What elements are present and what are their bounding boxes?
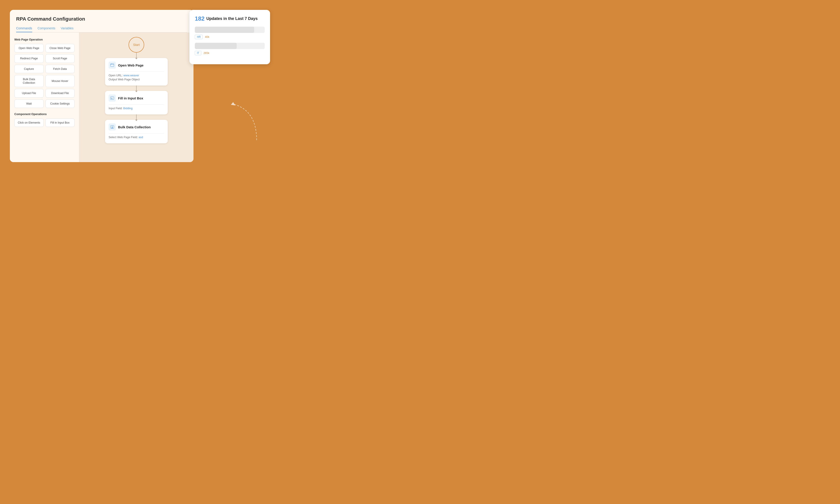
updates-title: Updates in the Last 7 Days [206, 16, 257, 21]
card-header-fill: A Fill in Input Box [109, 94, 164, 102]
bar-val-hr: 40k [205, 35, 209, 38]
bar-val-it: 265k [203, 52, 209, 55]
updates-bar-hr: HR 40k [195, 26, 265, 39]
cmd-fetch-data[interactable]: Fetch Data [46, 65, 75, 73]
card-divider-bulk [109, 133, 164, 133]
card-divider-fill [109, 104, 164, 105]
tab-bar: Commands Components Variables [16, 26, 187, 33]
card-icon-open [109, 61, 116, 69]
updates-panel: 182 Updates in the Last 7 Days HR 40k IT… [190, 10, 270, 64]
cmd-cookie-settings[interactable]: Cookie Settings [46, 100, 75, 108]
component-commands-grid: Click on Elements Fill in Input Box [14, 119, 75, 127]
svg-marker-9 [231, 102, 235, 106]
card-field-output: Output Web Page Object [109, 78, 164, 81]
cmd-redirect-page[interactable]: Redirect Page [14, 54, 44, 63]
panel-header: RPA Command Configuration Commands Compo… [10, 10, 194, 33]
bar-labels-it: IT 265k [195, 51, 265, 55]
updates-bar-it: IT 265k [195, 43, 265, 55]
component-section-title: Component Operations [14, 112, 75, 116]
card-title-open: Open Web Page [118, 64, 144, 67]
svg-point-2 [111, 64, 111, 64]
cmd-mouse-hover[interactable]: Mouse Hover [46, 75, 75, 87]
main-panel: RPA Command Configuration Commands Compo… [10, 10, 194, 162]
bar-bg-hr [195, 26, 265, 33]
card-field-bulk-select: Select Web Page Field: asd [109, 136, 164, 139]
cmd-bulk-data-collection[interactable]: Bulk Data Collection [14, 75, 44, 87]
card-field-url: Open URL: www.weaver [109, 74, 164, 77]
card-header-bulk: Bulk Data Collection [109, 123, 164, 130]
component-operations-section: Component Operations Click on Elements F… [14, 112, 75, 127]
cmd-scroll-page[interactable]: Scroll Page [46, 54, 75, 63]
svg-text:A: A [111, 97, 113, 100]
start-node: Start [128, 37, 144, 53]
web-page-section-title: Web Page Operation [14, 38, 75, 41]
card-field-input: Input Field: Bidding [109, 107, 164, 110]
card-icon-bulk [109, 123, 116, 130]
bar-bg-it [195, 43, 265, 49]
outer-background: RPA Command Configuration Commands Compo… [5, 5, 274, 163]
page-title: RPA Command Configuration [16, 16, 187, 22]
updates-header: 182 Updates in the Last 7 Days [195, 15, 265, 22]
dashed-arrow-decoration [216, 100, 261, 145]
flow-area: Start Open Web Page Open URL: www.weaver… [79, 33, 194, 162]
card-icon-fill: A [109, 94, 116, 102]
bar-fill-hr [195, 26, 254, 33]
bar-tag-it: IT [195, 51, 201, 55]
cmd-upload-file[interactable]: Upload File [14, 89, 44, 97]
flow-arrow-2 [136, 86, 137, 91]
flow-card-fill-input: A Fill in Input Box Input Field: Bidding [105, 91, 168, 114]
updates-count: 182 [195, 15, 204, 22]
card-title-bulk: Bulk Data Collection [118, 125, 151, 129]
cmd-download-file[interactable]: Download File [46, 89, 75, 97]
card-title-fill: Fill in Input Box [118, 96, 143, 100]
flow-arrow-1 [136, 53, 137, 58]
cmd-capture[interactable]: Capture [14, 65, 44, 73]
cmd-wait[interactable]: Wait [14, 100, 44, 108]
cmd-open-web-page[interactable]: Open Web Page [14, 44, 44, 52]
tab-components[interactable]: Components [38, 26, 55, 32]
cmd-close-web-page[interactable]: Close Web Page [46, 44, 75, 52]
flow-card-open-web-page: Open Web Page Open URL: www.weaver Outpu… [105, 58, 168, 86]
cmd-click-on-elements[interactable]: Click on Elements [14, 119, 44, 127]
flow-arrow-3 [136, 114, 137, 120]
cmd-fill-in-input-box[interactable]: Fill in Input Box [46, 119, 75, 127]
bar-labels-hr: HR 40k [195, 35, 265, 39]
card-divider-open [109, 71, 164, 72]
bar-tag-hr: HR [195, 35, 203, 39]
bar-fill-it [195, 43, 237, 49]
tab-variables[interactable]: Variables [61, 26, 73, 32]
flow-card-bulk-data: Bulk Data Collection Select Web Page Fie… [105, 120, 168, 143]
tab-commands[interactable]: Commands [16, 26, 32, 32]
web-page-commands-grid: Open Web Page Close Web Page Redirect Pa… [14, 44, 75, 108]
panel-body: Web Page Operation Open Web Page Close W… [10, 33, 194, 162]
commands-sidebar: Web Page Operation Open Web Page Close W… [10, 33, 79, 162]
card-header-open: Open Web Page [109, 61, 164, 69]
